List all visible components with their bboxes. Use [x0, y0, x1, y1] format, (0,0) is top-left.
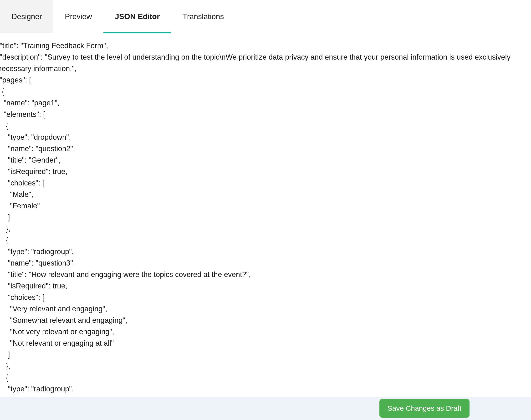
app-container: Designer Preview JSON Editor Translation…: [0, 0, 531, 420]
tab-translations[interactable]: Translations: [171, 0, 235, 33]
tab-label: Translations: [183, 12, 224, 21]
save-draft-button[interactable]: Save Changes as Draft: [379, 399, 470, 418]
json-editor-area[interactable]: "title": "Training Feedback Form", "desc…: [0, 33, 531, 420]
tab-label: Preview: [65, 12, 92, 21]
tab-label: JSON Editor: [115, 12, 160, 21]
tab-json-editor[interactable]: JSON Editor: [103, 0, 171, 33]
json-content-text[interactable]: "title": "Training Feedback Form", "desc…: [0, 40, 531, 395]
tab-preview[interactable]: Preview: [53, 0, 103, 33]
save-draft-label: Save Changes as Draft: [387, 404, 461, 412]
tab-label: Designer: [12, 12, 42, 21]
tabs-bar: Designer Preview JSON Editor Translation…: [0, 0, 531, 33]
footer-bar: Save Changes as Draft: [0, 397, 531, 420]
tab-designer[interactable]: Designer: [0, 0, 53, 33]
